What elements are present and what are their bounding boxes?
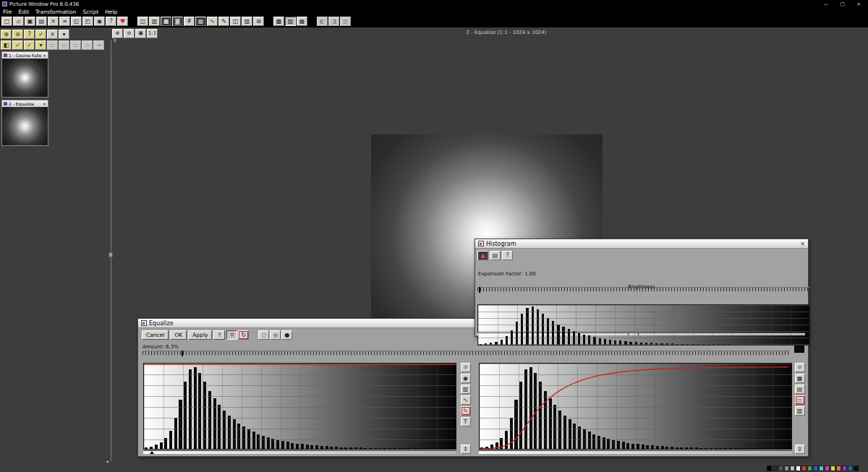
palette-swatch[interactable] [773,465,778,471]
menu-help[interactable]: Help [105,9,117,15]
tool-c-button[interactable]: ▭ [70,40,81,50]
help-button[interactable]: ? [106,17,116,26]
eq-settings-button[interactable]: ☼ [226,330,237,340]
image-window-2-titlebar[interactable]: 2 - Equalize × [2,100,48,107]
palette-swatch[interactable] [842,465,847,471]
help-button[interactable]: ? [213,330,225,340]
palette-swatch[interactable] [836,465,841,471]
favorites-button[interactable]: ♥ [117,17,128,26]
cancel-button[interactable]: Cancel [142,330,169,340]
palette-swatch[interactable] [784,465,789,471]
proof-on-button[interactable]: ● [281,330,292,340]
palette-swatch[interactable] [796,465,801,471]
probe-options-button[interactable]: ▾ [59,30,69,39]
tool-b-button[interactable]: ▭ [59,40,69,50]
dither-fine-button[interactable]: ▩ [273,17,284,26]
image-window-1[interactable]: 1 - Cosine Falloff × [1,51,48,98]
input-curve-button[interactable]: ∿ [461,395,471,405]
amount-slider[interactable] [142,351,789,355]
apply-button[interactable]: Apply [188,330,212,340]
black-point-marker[interactable] [150,451,154,454]
dither-coarse-button[interactable]: ▦ [297,17,307,26]
palette-swatch[interactable] [801,465,807,471]
menu-script[interactable]: Script [82,9,98,15]
zoom-fit-button[interactable]: ▣ [135,29,146,38]
grid-pane-button[interactable]: ⊞ [253,17,264,26]
output-bars-button[interactable]: ▤ [795,385,805,394]
palette-swatch[interactable] [790,465,795,471]
nav-first-button[interactable]: ◧ [317,17,328,26]
close-icon[interactable]: × [800,241,805,247]
probe-help-button[interactable]: ? [24,30,35,39]
palette-swatch[interactable] [854,465,859,471]
dither-medium-button[interactable]: ▨ [285,17,296,26]
print-button[interactable]: ▤ [36,17,47,26]
input-expand-button[interactable]: ⇕ [461,445,471,454]
levels-button[interactable]: ∿ [207,17,218,26]
probe-zoom-out-button[interactable]: ⊖ [12,30,23,39]
close-button[interactable]: × [856,1,861,7]
camera-button[interactable]: ▦ [195,17,206,26]
check-2-button[interactable]: ✓ [24,40,35,50]
image-window-2[interactable]: 2 - Equalize × [1,100,48,146]
split-view-button[interactable]: ◫ [137,17,148,26]
palette-swatch[interactable] [819,465,824,471]
maximize-button[interactable]: ▢ [841,1,846,7]
preview-a-button[interactable]: ■ [161,17,171,26]
panel-splitter[interactable] [111,40,111,461]
input-y-axis-button[interactable]: Y [461,417,471,426]
hist-help-button[interactable]: ? [502,251,513,260]
eq-auto-preview-button[interactable]: ↻ [238,330,249,340]
nav-prev-button[interactable]: ◨ [328,17,339,26]
check-1-button[interactable]: ✓ [12,40,23,50]
tool-a-button[interactable]: ▭ [47,40,58,50]
zoom-1-1-button[interactable]: 1:1 [147,29,158,38]
output-expand-button[interactable]: ⇕ [795,445,805,454]
mask-button[interactable]: ◧ [1,40,12,50]
goto-end-button[interactable]: ⇥ [93,40,104,50]
proof-split-button[interactable]: ◎ [270,330,281,340]
palette-swatch[interactable] [778,465,783,471]
palette-swatch[interactable] [767,465,772,471]
palette-swatch[interactable] [825,465,830,471]
open-button[interactable]: ▱ [13,17,24,26]
proof-off-button[interactable]: ○ [258,330,269,340]
palette-swatch[interactable] [807,465,812,471]
new-image-button[interactable]: ▢ [1,17,12,26]
amount-slider-pointer[interactable] [182,351,183,356]
preview-b-button[interactable]: ◙ [172,17,183,26]
hist-table-button[interactable]: ▤ [490,251,501,260]
cascade-windows-button[interactable]: ◰ [82,17,93,26]
output-range-button[interactable]: ▭ [795,395,805,405]
save-button[interactable]: ▣ [25,17,35,26]
image-window-1-titlebar[interactable]: 1 - Cosine Falloff × [2,52,48,59]
input-settings-button[interactable]: ☼ [461,363,471,372]
duplicate-button[interactable]: ◱ [71,17,82,26]
ok-button[interactable]: OK [170,330,187,340]
hist-image-button[interactable]: ▲ [477,251,488,260]
menu-edit[interactable]: Edit [19,9,30,15]
probe-apply-button[interactable]: ✓ [35,30,46,39]
input-histogram-button[interactable]: ▥ [461,385,471,394]
close-icon[interactable]: × [43,101,46,106]
readout-button[interactable]: ◉ [94,17,105,26]
close-image-button[interactable]: × [48,17,59,26]
mini-dropdown-button[interactable]: ▾ [35,40,46,50]
nav-next-button[interactable]: ▥ [340,17,351,26]
readout-123-button[interactable]: # [184,17,195,26]
palette-swatch[interactable] [830,465,835,471]
image-thumbnail-equalize[interactable] [2,107,48,145]
tri-pane-button[interactable]: ▥ [242,17,252,26]
menu-transformation[interactable]: Transformation [35,9,76,15]
probe-zoom-in-button[interactable]: ⊕ [1,30,12,39]
pen-tool-button[interactable]: ✎ [218,17,229,26]
close-icon[interactable]: × [43,53,46,58]
input-readout-button[interactable]: ◉ [461,374,471,383]
menu-file[interactable]: File [3,9,12,15]
output-grid-button[interactable]: ▦ [795,374,805,383]
zoom-out-button[interactable]: ⊖ [124,29,135,38]
splitter-handle[interactable] [109,252,113,257]
image-thumbnail-cosine-falloff[interactable] [2,59,48,97]
gradient-tool-button[interactable]: ▥ [149,17,160,26]
palette-swatch[interactable] [813,465,818,471]
